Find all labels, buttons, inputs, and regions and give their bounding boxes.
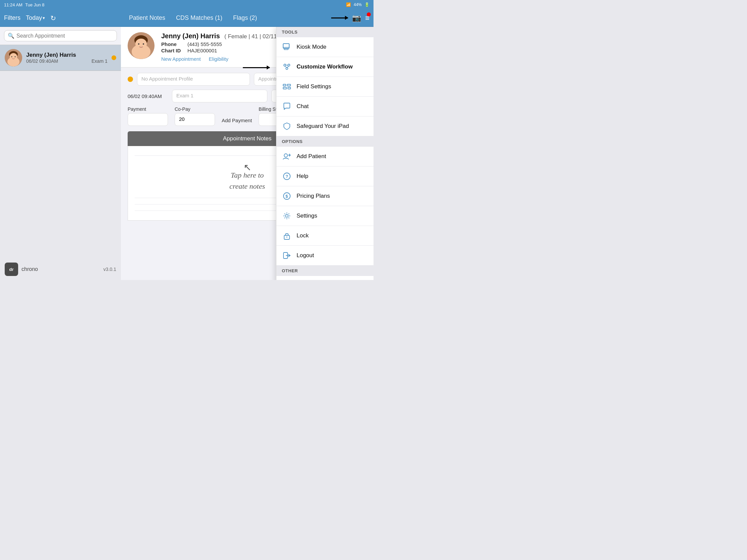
battery-icon: 🔋	[364, 2, 369, 7]
chat-icon	[282, 101, 292, 111]
customize-workflow-label: Customize Workflow	[297, 63, 353, 70]
patient-avatar	[5, 49, 22, 66]
status-dot	[111, 55, 116, 60]
notification-button[interactable]: ≡	[365, 14, 369, 23]
copay-field[interactable]: 20	[175, 113, 215, 126]
logout-item[interactable]: Logout	[277, 246, 374, 266]
lock-icon	[282, 231, 292, 241]
tab-patient-notes[interactable]: Patient Notes	[129, 15, 165, 22]
drchrono-logo: dr	[5, 263, 18, 276]
logout-label: Logout	[297, 252, 314, 259]
wifi-icon: 📶	[346, 2, 351, 7]
add-payment-button[interactable]: Add Payment	[222, 115, 252, 126]
pricing-plans-label: Pricing Plans	[297, 193, 330, 199]
add-patient-icon	[282, 152, 292, 161]
appointment-info: Jenny (Jen) Harris 06/02 09:40AM Exam 1	[26, 52, 107, 64]
eligibility-button[interactable]: Eligibility	[209, 56, 228, 62]
appointment-datetime: 06/02 09:40AM	[128, 93, 168, 99]
appointment-time: 06/02 09:40AM	[26, 58, 58, 64]
add-patient-item[interactable]: Add Patient	[277, 147, 374, 166]
settings-label: Settings	[297, 213, 317, 219]
svg-point-19	[286, 68, 288, 70]
svg-rect-26	[288, 87, 290, 89]
refresh-button[interactable]: ↻	[50, 14, 56, 22]
field-settings-icon	[282, 82, 292, 92]
options-section-header: OPTIONS	[277, 136, 374, 147]
safeguard-ipad-label: Safeguard Your iPad	[297, 123, 349, 130]
appointment-list: Jenny (Jen) Harris 06/02 09:40AM Exam 1	[0, 45, 121, 259]
svg-text:?: ?	[285, 174, 288, 179]
search-input[interactable]	[17, 33, 113, 39]
tab-flags[interactable]: Flags (2)	[233, 15, 257, 22]
svg-text:$: $	[285, 194, 288, 199]
svg-rect-25	[283, 87, 286, 89]
customize-workflow-icon	[282, 62, 292, 72]
search-bar: 🔍	[0, 27, 121, 45]
svg-point-12	[138, 43, 139, 45]
chat-item[interactable]: Chat	[277, 97, 374, 116]
field-settings-item[interactable]: Field Settings	[277, 77, 374, 97]
svg-rect-15	[284, 49, 288, 50]
new-appointment-button[interactable]: New Appointment	[161, 56, 201, 62]
camera-button[interactable]: 📷	[352, 14, 361, 23]
settings-item[interactable]: Settings	[277, 206, 374, 226]
svg-rect-24	[287, 84, 290, 86]
svg-line-22	[287, 66, 289, 68]
appointment-type: Exam 1	[92, 58, 107, 64]
other-section-header: OTHER	[277, 266, 374, 276]
status-bar: 11:24 AM Tue Jun 8 📶 44% 🔋	[0, 0, 374, 9]
filters-button[interactable]: Filters	[4, 15, 21, 22]
help-icon: ?	[282, 171, 292, 181]
content-area: Jenny (Jen) Harris ( Female | 41 | 02/11…	[121, 27, 374, 280]
pricing-plans-item[interactable]: $ Pricing Plans	[277, 186, 374, 206]
copay-group: Co-Pay 20	[175, 106, 215, 126]
search-input-wrap[interactable]: 🔍	[4, 30, 117, 41]
field-settings-label: Field Settings	[297, 83, 331, 90]
svg-rect-14	[283, 44, 289, 48]
chat-label: Chat	[297, 103, 309, 110]
sidebar: 🔍	[0, 27, 121, 280]
main-layout: 🔍	[0, 27, 374, 280]
exam-field[interactable]: Exam 1	[172, 90, 267, 102]
payment-label: Payment	[128, 106, 168, 112]
date: Tue Jun 8	[25, 2, 44, 7]
pricing-plans-icon: $	[282, 191, 292, 201]
appointment-status-dot	[128, 77, 133, 82]
kiosk-mode-label: Kiosk Mode	[297, 44, 327, 50]
payment-group: Payment	[128, 106, 168, 126]
safeguard-ipad-icon	[282, 121, 292, 131]
battery: 44%	[354, 2, 362, 7]
lock-item[interactable]: Lock	[277, 226, 374, 246]
version-label: v3.0.1	[103, 267, 116, 272]
help-label: Help	[297, 173, 308, 180]
sidebar-footer: dr chrono v3.0.1	[0, 259, 121, 280]
safeguard-ipad-item[interactable]: Safeguard Your iPad	[277, 116, 374, 136]
kiosk-mode-item[interactable]: Kiosk Mode	[277, 37, 374, 57]
payment-field[interactable]	[128, 113, 168, 126]
svg-point-17	[284, 64, 286, 66]
lock-label: Lock	[297, 232, 309, 239]
svg-point-27	[284, 154, 287, 157]
svg-point-5	[11, 56, 12, 57]
tools-dropdown: TOOLS Kiosk Mode	[276, 27, 374, 280]
settings-icon	[282, 211, 292, 221]
svg-point-36	[286, 237, 287, 238]
help-item[interactable]: ? Help	[277, 166, 374, 186]
svg-point-6	[15, 56, 16, 57]
patient-name: Jenny (Jen) Harris	[26, 52, 107, 58]
tab-cds-matches[interactable]: CDS Matches (1)	[176, 15, 222, 22]
svg-rect-23	[283, 84, 286, 86]
logout-icon	[282, 250, 292, 261]
customize-workflow-item[interactable]: Customize Workflow	[277, 57, 374, 77]
tap-notes-text: Tap here to create notes	[229, 169, 265, 192]
appointment-profile-field[interactable]: No Appointment Profile	[137, 73, 250, 86]
appointment-item[interactable]: Jenny (Jen) Harris 06/02 09:40AM Exam 1	[0, 45, 121, 71]
svg-line-21	[285, 66, 287, 68]
kiosk-mode-icon	[282, 42, 292, 52]
nav-bar: Filters Today ▾ ↻ Patient Notes CDS Matc…	[0, 9, 374, 27]
svg-point-18	[288, 64, 290, 66]
svg-point-13	[143, 43, 144, 45]
today-button[interactable]: Today ▾	[26, 15, 45, 22]
terms-of-service-item[interactable]: TOS Terms of Service	[277, 276, 374, 280]
search-icon: 🔍	[8, 32, 15, 39]
